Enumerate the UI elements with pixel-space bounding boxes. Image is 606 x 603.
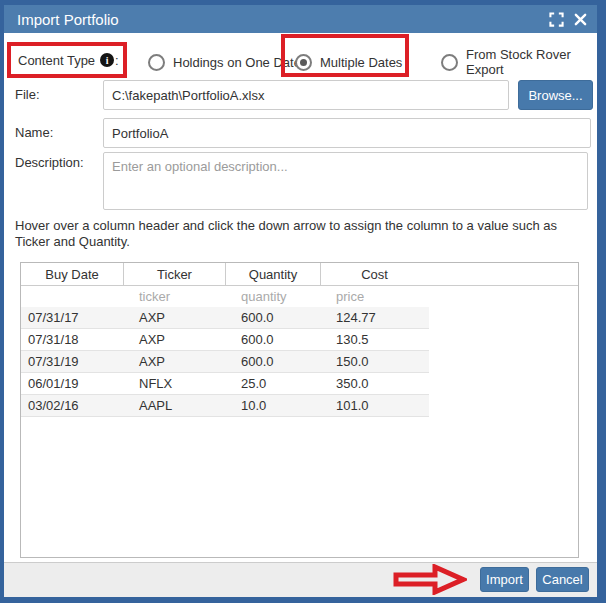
radio-icon[interactable]	[148, 54, 165, 71]
cancel-button[interactable]: Cancel	[536, 567, 589, 592]
dialog-titlebar: Import Portfolio	[4, 5, 597, 33]
subheader-cell: ticker	[124, 289, 226, 304]
table-cell: 06/01/19	[21, 376, 124, 391]
table-cell: 101.0	[321, 398, 428, 413]
table-cell: 150.0	[321, 354, 428, 369]
close-icon[interactable]	[574, 13, 587, 26]
screen: { "dialog": { "title": "Import Portfolio…	[0, 0, 606, 603]
radio-label: Multiple Dates	[320, 55, 402, 70]
table-cell: 600.0	[226, 332, 321, 347]
import-preview-table: Buy Date Ticker Quantity Cost ticker qua…	[20, 262, 579, 558]
content-type-label: Content Typei:	[18, 47, 119, 73]
table-cell: 07/31/19	[21, 354, 124, 369]
table-row[interactable]: 06/01/19NFLX25.0350.0	[21, 373, 429, 395]
table-cell: 600.0	[226, 310, 321, 325]
expand-icon[interactable]	[549, 12, 564, 27]
radio-option-holdings-one-date[interactable]: Holdings on One Date	[148, 49, 301, 75]
subheader-cell: price	[321, 289, 428, 304]
table-cell: AXP	[124, 332, 226, 347]
table-subheader-row: ticker quantity price	[21, 286, 578, 307]
description-textarea[interactable]	[103, 152, 588, 210]
table-header-row: Buy Date Ticker Quantity Cost	[21, 263, 578, 286]
header-cell-ticker[interactable]: Ticker	[124, 263, 226, 285]
table-cell: 130.5	[321, 332, 428, 347]
dialog-title: Import Portfolio	[17, 11, 119, 28]
table-cell: 03/02/16	[21, 398, 124, 413]
subheader-cell: quantity	[226, 289, 321, 304]
radio-option-multiple-dates[interactable]: Multiple Dates	[295, 49, 402, 75]
table-body: 07/31/17AXP600.0124.7707/31/18AXP600.013…	[21, 307, 578, 417]
import-portfolio-dialog: Import Portfolio Content Typei: Holdings…	[4, 5, 597, 597]
info-icon[interactable]: i	[100, 53, 114, 67]
file-input[interactable]	[103, 80, 509, 110]
table-cell: AXP	[124, 310, 226, 325]
table-cell: 10.0	[226, 398, 321, 413]
table-cell: 25.0	[226, 376, 321, 391]
file-label: File:	[15, 80, 40, 110]
instruction-text: Hover over a column header and click the…	[15, 218, 593, 251]
table-cell: NFLX	[124, 376, 226, 391]
table-cell: 07/31/17	[21, 310, 124, 325]
description-label: Description:	[15, 148, 84, 178]
table-cell: AAPL	[124, 398, 226, 413]
header-cell-buy-date[interactable]: Buy Date	[21, 263, 124, 285]
radio-option-stock-rover-export[interactable]: From Stock Rover Export	[441, 49, 597, 75]
radio-icon[interactable]	[441, 54, 458, 71]
table-row[interactable]: 07/31/18AXP600.0130.5	[21, 329, 429, 351]
table-cell: 600.0	[226, 354, 321, 369]
table-row[interactable]: 07/31/17AXP600.0124.77	[21, 307, 429, 329]
header-cell-cost[interactable]: Cost	[321, 263, 428, 285]
radio-label: Holdings on One Date	[173, 55, 301, 70]
table-row[interactable]: 03/02/16AAPL10.0101.0	[21, 395, 429, 417]
header-filler	[428, 263, 578, 285]
import-button[interactable]: Import	[480, 567, 529, 592]
name-label: Name:	[15, 118, 53, 148]
table-cell: AXP	[124, 354, 226, 369]
radio-icon[interactable]	[295, 54, 312, 71]
header-cell-quantity[interactable]: Quantity	[226, 263, 321, 285]
table-row[interactable]: 07/31/19AXP600.0150.0	[21, 351, 429, 373]
table-cell: 350.0	[321, 376, 428, 391]
name-input[interactable]	[103, 118, 591, 148]
table-cell: 124.77	[321, 310, 428, 325]
radio-label: From Stock Rover Export	[466, 47, 597, 77]
table-cell: 07/31/18	[21, 332, 124, 347]
browse-button[interactable]: Browse...	[518, 80, 593, 110]
